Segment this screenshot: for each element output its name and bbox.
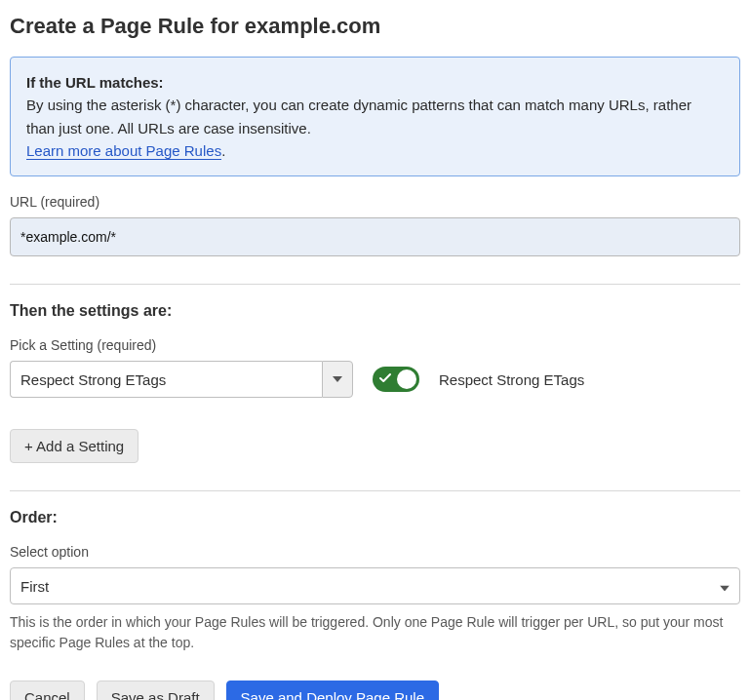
order-select[interactable]: First bbox=[10, 567, 740, 604]
url-label: URL (required) bbox=[10, 194, 740, 210]
info-body: By using the asterisk (*) character, you… bbox=[26, 97, 691, 136]
order-select-value: First bbox=[20, 578, 49, 595]
info-box: If the URL matches: By using the asteris… bbox=[10, 57, 740, 176]
chevron-down-icon bbox=[720, 578, 730, 595]
toggle-knob bbox=[397, 369, 416, 389]
divider bbox=[10, 490, 740, 491]
chevron-down-icon bbox=[333, 376, 342, 382]
footer-actions: Cancel Save as Draft Save and Deploy Pag… bbox=[10, 681, 740, 700]
info-heading: If the URL matches: bbox=[26, 74, 164, 91]
check-icon bbox=[379, 372, 391, 384]
respect-etags-toggle[interactable] bbox=[373, 367, 419, 392]
learn-more-link[interactable]: Learn more about Page Rules bbox=[26, 142, 221, 160]
url-input[interactable] bbox=[10, 217, 740, 256]
divider bbox=[10, 284, 740, 285]
save-deploy-button[interactable]: Save and Deploy Page Rule bbox=[226, 681, 439, 700]
order-heading: Order: bbox=[10, 509, 740, 526]
save-draft-button[interactable]: Save as Draft bbox=[97, 681, 215, 700]
cancel-button[interactable]: Cancel bbox=[10, 681, 85, 700]
add-setting-button[interactable]: + Add a Setting bbox=[10, 429, 138, 463]
pick-setting-label: Pick a Setting (required) bbox=[10, 337, 740, 353]
settings-heading: Then the settings are: bbox=[10, 302, 740, 320]
info-period: . bbox=[221, 142, 225, 159]
setting-select[interactable]: Respect Strong ETags bbox=[10, 361, 353, 398]
order-label: Select option bbox=[10, 544, 740, 560]
toggle-label: Respect Strong ETags bbox=[439, 371, 584, 388]
setting-select-value: Respect Strong ETags bbox=[10, 361, 322, 398]
order-help-text: This is the order in which your Page Rul… bbox=[10, 612, 740, 653]
page-title: Create a Page Rule for example.com bbox=[10, 14, 740, 39]
setting-select-chevron-button[interactable] bbox=[322, 361, 353, 398]
